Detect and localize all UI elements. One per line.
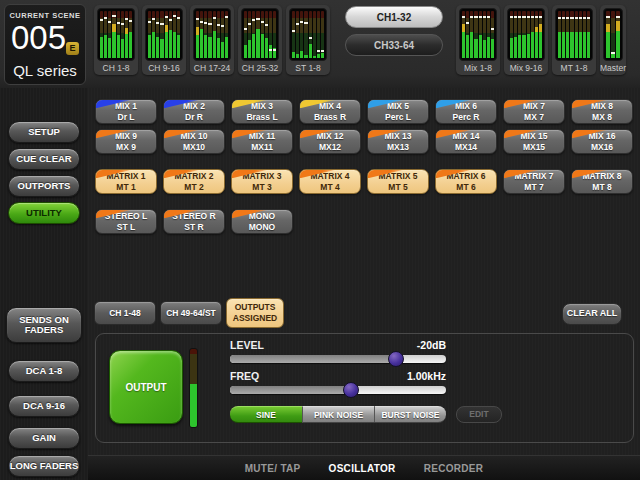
meter-peak-tick (558, 17, 561, 19)
channel-button-stereo-l[interactable]: STEREO LST L (95, 209, 157, 234)
meter-green-fill (152, 32, 155, 58)
meter-peak-tick (269, 49, 272, 51)
channel-tag: Dr L (118, 112, 135, 123)
channel-button-mono[interactable]: MONOMONO (231, 209, 293, 234)
channel-button-mix-15[interactable]: MIX 15MX15 (503, 129, 565, 154)
st-1-8-meter-group[interactable]: ST 1-8 (286, 5, 330, 75)
oscillator-mode-burst-noise[interactable]: BURST NOISE (374, 406, 446, 423)
channel-button-mix-2[interactable]: MIX 2Dr R (163, 99, 225, 124)
st-1-8-bar-8 (321, 11, 324, 58)
channel-button-matrix-4[interactable]: MATRIX 4MT 4 (299, 169, 361, 194)
channel-button-mix-4[interactable]: MIX 4Brass R (299, 99, 361, 124)
oscillator-output-button[interactable]: OUTPUT (109, 350, 183, 424)
channel-button-mix-13[interactable]: MIX 13MX13 (367, 129, 429, 154)
mix-1-8-meter-group[interactable]: Mix 1-8 (456, 5, 500, 75)
filter-tab-outputs-assigned[interactable]: OUTPUTS ASSIGNED (226, 298, 284, 328)
bottom-tab-oscillator[interactable]: OSCILLATOR (329, 463, 396, 474)
channel-tag: Brass L (246, 112, 277, 123)
sidebar-button-long-faders[interactable]: LONG FADERS (8, 455, 80, 477)
bank-button-ch33-64[interactable]: CH33-64 (345, 34, 443, 56)
channel-button-matrix-8[interactable]: MATRIX 8MT 8 (571, 169, 633, 194)
ch-25-32-meter-group[interactable]: CH 25-32 (238, 5, 282, 75)
current-scene-panel[interactable]: CURRENT SCENE 005 E QL series (4, 4, 86, 85)
oscillator-mode-pink-noise[interactable]: PINK NOISE (302, 406, 374, 423)
meter-peak-tick (225, 16, 228, 18)
ch-17-24-meter (193, 8, 231, 61)
meter-peak-tick (265, 24, 268, 26)
mt-1-8-bar-6 (579, 11, 582, 58)
ch-9-16-meter-group[interactable]: CH 9-16 (142, 5, 186, 75)
meter-green-fill (208, 37, 211, 58)
channel-button-mix-11[interactable]: MIX 11MX11 (231, 129, 293, 154)
channel-button-mix-16[interactable]: MIX 16MX16 (571, 129, 633, 154)
meter-peak-tick (470, 16, 473, 18)
channel-button-matrix-1[interactable]: MATRIX 1MT 1 (95, 169, 157, 194)
sidebar-button-utility[interactable]: UTILITY (8, 202, 80, 224)
sidebar-button-sends-on-faders[interactable]: SENDS ON FADERS (6, 307, 82, 343)
oscillator-level-meter-fill (190, 384, 197, 427)
channel-button-matrix-5[interactable]: MATRIX 5MT 5 (367, 169, 429, 194)
channel-button-matrix-2[interactable]: MATRIX 2MT 2 (163, 169, 225, 194)
bank-button-ch1-32[interactable]: CH1-32 (345, 6, 443, 28)
oscillator-mode-sine[interactable]: SINE (230, 406, 302, 423)
meter-peak-tick (173, 15, 176, 17)
channel-button-mix-8[interactable]: MIX 8MX 8 (571, 99, 633, 124)
sidebar-button-dca-9-16[interactable]: DCA 9-16 (8, 395, 80, 417)
sidebar-button-dca-1-8[interactable]: DCA 1-8 (8, 360, 80, 382)
meter-green-fill (221, 42, 224, 58)
meter-peak-tick (129, 20, 132, 22)
mt-1-8-meter-group[interactable]: MT 1-8 (552, 5, 596, 75)
sidebar-button-setup[interactable]: SETUP (8, 121, 80, 143)
channel-button-matrix-6[interactable]: MATRIX 6MT 6 (435, 169, 497, 194)
channel-tag: MX 9 (116, 142, 136, 153)
meter-green-fill (252, 34, 255, 58)
ch-17-24-meter-group[interactable]: CH 17-24 (190, 5, 234, 75)
meter-green-fill (587, 32, 590, 58)
mt-1-8-bar-1 (558, 11, 561, 58)
filter-tab-ch-49-64-st[interactable]: CH 49-64/ST (160, 301, 222, 325)
meter-green-fill (160, 39, 163, 58)
meter-peak-tick (117, 22, 120, 24)
mix-9-16-meter-group[interactable]: Mix 9-16 (504, 5, 548, 75)
meter-peak-tick (518, 16, 521, 18)
clear-all-button[interactable]: CLEAR ALL (562, 303, 622, 325)
sidebar-button-gain[interactable]: GAIN (8, 427, 80, 449)
mix-1-8-meter-label: Mix 1-8 (456, 61, 500, 75)
sidebar-button-cue-clear[interactable]: CUE CLEAR (8, 148, 80, 170)
freq-slider-knob[interactable] (343, 382, 359, 398)
sidebar-button-outports[interactable]: OUTPORTS (8, 175, 80, 197)
channel-button-mix-5[interactable]: MIX 5Perc L (367, 99, 429, 124)
freq-slider[interactable] (230, 386, 446, 394)
channel-button-mix-7[interactable]: MIX 7MX 7 (503, 99, 565, 124)
filter-tab-ch-1-48[interactable]: CH 1-48 (94, 301, 156, 325)
channel-button-mix-9[interactable]: MIX 9MX 9 (95, 129, 157, 154)
oscillator-edit-button[interactable]: EDIT (456, 406, 502, 423)
meter-peak-tick (514, 16, 517, 18)
bottom-tab-mute-tap[interactable]: MUTE/ TAP (245, 463, 301, 474)
meter-peak-tick (248, 23, 251, 25)
meter-yellow-fill (535, 27, 538, 32)
level-slider-knob[interactable] (388, 351, 404, 367)
channel-button-stereo-r[interactable]: STEREO RST R (163, 209, 225, 234)
channel-button-mix-3[interactable]: MIX 3Brass L (231, 99, 293, 124)
level-slider-fill (230, 355, 396, 363)
channel-button-matrix-3[interactable]: MATRIX 3MT 3 (231, 169, 293, 194)
master-meter-group[interactable]: Master (600, 5, 626, 75)
channel-button-mix-12[interactable]: MIX 12MX12 (299, 129, 361, 154)
ch-1-8-bar-3 (108, 11, 111, 58)
bottom-tab-recorder[interactable]: RECORDER (424, 463, 484, 474)
channel-button-mix-6[interactable]: MIX 6Perc R (435, 99, 497, 124)
level-slider[interactable] (230, 355, 446, 363)
channel-button-mix-1[interactable]: MIX 1Dr L (95, 99, 157, 124)
mt-1-8-bar-2 (562, 11, 565, 58)
meter-peak-tick (252, 19, 255, 21)
meter-green-fill (196, 35, 199, 59)
bottom-tab-bar: MUTE/ TAPOSCILLATORRECORDER (88, 455, 640, 480)
channel-button-mix-10[interactable]: MIX 10MX10 (163, 129, 225, 154)
ch-17-24-bar-3 (204, 11, 207, 58)
mix-9-16-bar-2 (514, 11, 517, 58)
ch-1-8-meter-group[interactable]: CH 1-8 (94, 5, 138, 75)
channel-button-mix-14[interactable]: MIX 14MX14 (435, 129, 497, 154)
channel-button-matrix-7[interactable]: MATRIX 7MT 7 (503, 169, 565, 194)
meter-peak-tick (196, 18, 199, 20)
